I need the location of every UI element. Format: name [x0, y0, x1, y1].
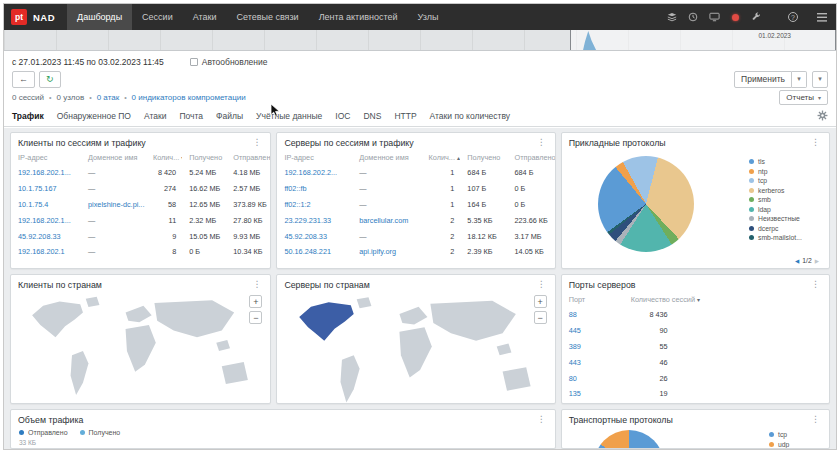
- apply-dropdown-button[interactable]: ▾: [792, 71, 807, 88]
- table-cell[interactable]: 88: [562, 307, 624, 323]
- indicators-count-link[interactable]: 0 индикаторов компрометации: [132, 93, 246, 102]
- menu-item-attacks[interactable]: Атаки: [183, 4, 227, 30]
- legend-item[interactable]: tcp: [769, 431, 813, 438]
- col-header-ip[interactable]: IP-адрес: [277, 151, 352, 165]
- table-cell[interactable]: 192.168.202.1...: [11, 165, 81, 181]
- legend-item[interactable]: Неизвестные: [749, 215, 815, 222]
- kebab-menu-icon[interactable]: ⋮: [535, 415, 548, 424]
- legend-item[interactable]: smb: [749, 196, 815, 203]
- nodes-count-link[interactable]: 0 узлов: [57, 93, 85, 102]
- table-row[interactable]: ff02::fb—1107 Б0 Б: [277, 181, 554, 197]
- table-cell[interactable]: 10.1.75.167: [11, 181, 81, 197]
- col-header-received[interactable]: Получено: [460, 151, 507, 165]
- table-row[interactable]: 44590: [562, 323, 829, 339]
- legend-item[interactable]: tls: [749, 158, 815, 165]
- menu-item-activity-feed[interactable]: Лента активностей: [309, 4, 408, 30]
- table-row[interactable]: 44346: [562, 354, 829, 370]
- transport-protocols-pie-chart[interactable]: [594, 430, 664, 449]
- table-row[interactable]: 192.168.202.1...—8 4205.24 МБ4.18 МБ: [11, 165, 270, 181]
- gear-icon[interactable]: [817, 110, 828, 121]
- menu-item-network-connections[interactable]: Сетевые связи: [226, 4, 308, 30]
- zoom-in-button[interactable]: +: [249, 295, 262, 308]
- kebab-menu-icon[interactable]: ⋮: [809, 138, 822, 147]
- tab-dns[interactable]: DNS: [363, 111, 381, 121]
- table-row[interactable]: 192.168.202.1—80 Б10.34 КБ: [11, 244, 270, 260]
- table-row[interactable]: 192.168.202.1...—112.32 МБ27.80 КБ: [11, 212, 270, 228]
- table-cell[interactable]: ff02::fb: [277, 181, 352, 197]
- kebab-menu-icon[interactable]: ⋮: [250, 280, 263, 289]
- tab-mail[interactable]: Почта: [179, 111, 203, 121]
- legend-item[interactable]: Получено: [80, 429, 121, 436]
- timeline-selection[interactable]: [570, 30, 836, 50]
- kebab-menu-icon[interactable]: ⋮: [535, 138, 548, 147]
- legend-item[interactable]: ntp: [749, 168, 815, 175]
- attacks-count-link[interactable]: 0 атак: [97, 93, 119, 102]
- capture-record-indicator[interactable]: [729, 11, 741, 23]
- app-protocols-pie-chart[interactable]: [598, 156, 694, 252]
- legend-item[interactable]: tcp: [749, 177, 815, 184]
- legend-item[interactable]: Отправлено: [19, 429, 68, 436]
- table-row[interactable]: ff02::1:2—1164 Б0 Б: [277, 197, 554, 213]
- table-cell[interactable]: 389: [562, 339, 624, 355]
- autorefresh-checkbox[interactable]: [190, 58, 198, 66]
- sessions-count-link[interactable]: 0 сессий: [12, 93, 44, 102]
- tab-traffic[interactable]: Трафик: [12, 111, 44, 121]
- table-cell[interactable]: 192.168.202.2...: [277, 165, 352, 181]
- col-header-port[interactable]: Порт: [562, 293, 624, 307]
- clock-icon[interactable]: [687, 11, 699, 23]
- table-cell[interactable]: 192.168.202.1...: [11, 212, 81, 228]
- pager-prev-icon[interactable]: ◀: [795, 258, 799, 264]
- world-map[interactable]: [283, 292, 548, 404]
- kebab-menu-icon[interactable]: ⋮: [809, 415, 822, 424]
- legend-item[interactable]: kerberos: [749, 187, 815, 194]
- reports-button[interactable]: Отчеты▾: [779, 90, 828, 105]
- zoom-out-button[interactable]: −: [534, 311, 547, 324]
- kebab-menu-icon[interactable]: ⋮: [250, 138, 263, 147]
- tab-credentials[interactable]: Учётные данные: [256, 111, 322, 121]
- tab-attacks-by-count[interactable]: Атаки по количеству: [430, 111, 510, 121]
- layers-icon[interactable]: [666, 11, 678, 23]
- table-cell[interactable]: 45.92.208.33: [277, 228, 352, 244]
- col-header-ip[interactable]: IP-адрес: [11, 151, 81, 165]
- table-cell[interactable]: 80: [562, 370, 624, 386]
- legend-item[interactable]: ldap: [749, 206, 815, 213]
- more-options-button[interactable]: ▾: [812, 71, 828, 88]
- table-cell[interactable]: 192.168.202.1: [11, 244, 81, 260]
- col-header-sent[interactable]: Отправлено: [226, 151, 270, 165]
- col-header-count[interactable]: Колич...▾: [146, 151, 182, 165]
- tab-detected-software[interactable]: Обнаруженное ПО: [57, 111, 131, 121]
- world-map[interactable]: [17, 292, 264, 404]
- table-cell[interactable]: 23.229.231.33: [277, 212, 352, 228]
- help-icon[interactable]: ?: [787, 11, 799, 23]
- table-cell[interactable]: 45.92.208.33: [11, 228, 81, 244]
- table-cell[interactable]: pixelshine-dc.pi...: [81, 197, 146, 213]
- zoom-in-button[interactable]: +: [534, 295, 547, 308]
- table-row[interactable]: 45.92.208.33—218.12 КБ3.17 МБ: [277, 228, 554, 244]
- table-cell[interactable]: 50.16.248.221: [277, 244, 352, 260]
- col-header-domain[interactable]: Доменное имя: [81, 151, 146, 165]
- table-row[interactable]: 50.16.248.221api.ipify.org22.39 КБ14.05 …: [277, 244, 554, 260]
- legend-item[interactable]: smb-mailslot...: [749, 234, 815, 241]
- legend-item[interactable]: udp: [769, 441, 813, 448]
- zoom-out-button[interactable]: −: [249, 311, 262, 324]
- table-row[interactable]: 13519: [562, 386, 829, 402]
- legend-item[interactable]: dcerpc: [749, 225, 815, 232]
- pager-next-icon[interactable]: ▶: [815, 258, 819, 264]
- table-row[interactable]: 8026: [562, 370, 829, 386]
- table-row[interactable]: 10.1.75.4pixelshine-dc.pi...5812.65 МБ37…: [11, 197, 270, 213]
- table-cell[interactable]: 135: [562, 386, 624, 402]
- table-row[interactable]: 10.1.75.167—27416.62 МБ2.57 МБ: [11, 181, 270, 197]
- tab-ioc[interactable]: IOC: [335, 111, 350, 121]
- col-header-session-count[interactable]: Количество сессий▾: [624, 293, 829, 307]
- tab-files[interactable]: Файлы: [216, 111, 243, 121]
- table-cell[interactable]: 443: [562, 354, 624, 370]
- tab-attacks[interactable]: Атаки: [144, 111, 166, 121]
- menu-item-dashboards[interactable]: Дашборды: [67, 4, 132, 30]
- table-cell[interactable]: api.ipify.org: [352, 244, 421, 260]
- col-header-sent[interactable]: Отправлено: [507, 151, 554, 165]
- table-row[interactable]: 38955: [562, 339, 829, 355]
- refresh-button[interactable]: ↻: [39, 71, 61, 88]
- apply-button[interactable]: Применить: [734, 71, 792, 88]
- kebab-menu-icon[interactable]: ⋮: [809, 280, 822, 289]
- menu-item-sessions[interactable]: Сессии: [132, 4, 183, 30]
